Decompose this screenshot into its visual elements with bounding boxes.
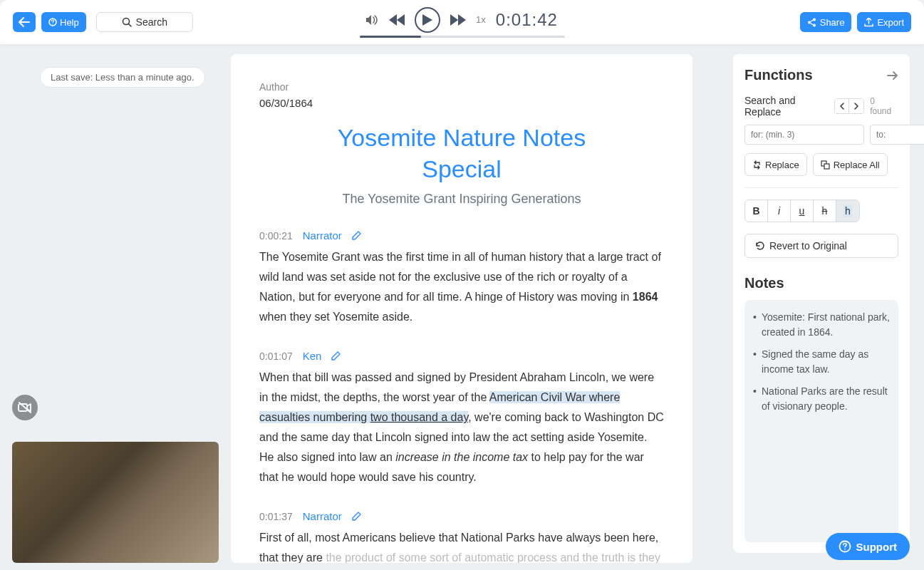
author-label: Author xyxy=(259,81,664,93)
notes-box[interactable]: Yosemite: First national park, created i… xyxy=(744,300,898,542)
segment-text[interactable]: When that bill was passed and signed by … xyxy=(259,368,664,487)
segment-time[interactable]: 0:01:37 xyxy=(259,511,293,522)
replace-all-icon xyxy=(821,160,830,170)
revert-button[interactable]: Revert to Original xyxy=(744,234,898,258)
search-for-input[interactable] xyxy=(744,125,864,145)
video-off-icon xyxy=(18,402,32,413)
revert-icon xyxy=(755,241,765,251)
replace-all-button[interactable]: Replace All xyxy=(813,153,888,176)
support-button[interactable]: Support xyxy=(826,533,910,560)
document-title[interactable]: Yosemite Nature NotesSpecial xyxy=(259,122,664,185)
strikethrough-button[interactable]: h xyxy=(814,200,836,222)
segment-text[interactable]: First of all, most Americans believe tha… xyxy=(259,528,664,563)
functions-sidebar: Functions Search and Replace 0 found Rep… xyxy=(733,54,910,553)
replace-button[interactable]: Replace xyxy=(744,153,807,176)
back-button[interactable] xyxy=(13,12,36,32)
forward-icon[interactable] xyxy=(450,14,466,26)
transcript-segment: 0:00:21 Narrator The Yosemite Grant was … xyxy=(259,229,664,327)
chevron-right-icon xyxy=(853,103,859,110)
playback-time: 0:01:42 xyxy=(496,10,558,30)
collapse-arrow-icon[interactable] xyxy=(887,71,898,81)
sidebar-title: Functions xyxy=(744,67,813,83)
segment-speaker[interactable]: Ken xyxy=(303,350,322,362)
replace-icon xyxy=(752,160,762,170)
topbar: Help Search 1x 0:01:42 xyxy=(0,0,924,44)
edit-speaker-button[interactable] xyxy=(352,512,361,521)
edit-speaker-button[interactable] xyxy=(331,351,341,361)
arrow-left-icon xyxy=(19,17,30,27)
segment-text[interactable]: The Yosemite Grant was the first time in… xyxy=(259,247,664,327)
sr-found-count: 0 found xyxy=(870,96,898,116)
sr-prev-button[interactable] xyxy=(835,99,849,113)
format-toolbar: B i u h h xyxy=(744,200,860,222)
note-item[interactable]: Signed the same day as income tax law. xyxy=(753,347,890,377)
segment-speaker[interactable]: Narrator xyxy=(303,229,342,242)
support-label: Support xyxy=(856,541,898,553)
document-date: 06/30/1864 xyxy=(259,97,664,109)
document-subtitle[interactable]: The Yosemite Grant Inspiring Generations xyxy=(259,192,664,207)
play-icon xyxy=(422,14,432,26)
video-thumbnail[interactable] xyxy=(12,442,219,563)
share-label: Share xyxy=(820,17,845,28)
transcript-segment: 0:01:37 Narrator First of all, most Amer… xyxy=(259,510,664,563)
search-label: Search xyxy=(136,16,167,28)
help-button[interactable]: Help xyxy=(41,12,86,32)
svg-point-4 xyxy=(813,24,816,26)
help-icon xyxy=(48,18,57,26)
transcript-segment: 0:01:07 Ken When that bill was passed an… xyxy=(259,350,664,487)
segment-time[interactable]: 0:01:07 xyxy=(259,351,293,362)
edit-icon xyxy=(352,231,361,240)
video-toggle-button[interactable] xyxy=(12,395,38,420)
export-button[interactable]: Export xyxy=(857,12,911,32)
progress-bar[interactable] xyxy=(360,36,565,38)
edit-icon xyxy=(352,512,361,521)
bold-button[interactable]: B xyxy=(745,200,768,222)
search-button[interactable]: Search xyxy=(96,12,193,32)
rewind-icon[interactable] xyxy=(389,14,405,26)
audio-player: 1x 0:01:42 xyxy=(360,7,565,38)
highlight-button[interactable]: h xyxy=(836,200,859,222)
progress-fill xyxy=(360,36,421,38)
note-item[interactable]: Yosemite: First national park, created i… xyxy=(753,310,890,340)
share-icon xyxy=(807,18,816,27)
help-label: Help xyxy=(60,17,79,28)
transcript-editor: Author 06/30/1864 Yosemite Nature NotesS… xyxy=(231,54,692,563)
edit-speaker-button[interactable] xyxy=(352,231,361,240)
export-label: Export xyxy=(877,17,904,28)
volume-icon[interactable] xyxy=(366,14,379,26)
svg-point-3 xyxy=(813,18,816,21)
chevron-left-icon xyxy=(839,103,845,110)
edit-icon xyxy=(331,351,341,361)
playback-speed[interactable]: 1x xyxy=(476,14,486,25)
export-icon xyxy=(864,18,873,27)
italic-button[interactable]: i xyxy=(768,200,791,222)
replace-to-input[interactable] xyxy=(870,125,924,145)
note-item[interactable]: National Parks are the result of visiona… xyxy=(753,384,890,414)
segment-speaker[interactable]: Narrator xyxy=(303,510,342,522)
underline-button[interactable]: u xyxy=(791,200,814,222)
segment-time[interactable]: 0:00:21 xyxy=(259,230,293,242)
play-button[interactable] xyxy=(415,7,440,33)
search-replace-label: Search and Replace xyxy=(744,95,834,118)
support-icon xyxy=(839,540,851,553)
sr-next-button[interactable] xyxy=(849,99,863,113)
search-icon xyxy=(122,17,132,27)
share-button[interactable]: Share xyxy=(800,12,852,32)
svg-rect-7 xyxy=(824,164,829,169)
last-save-badge: Last save: Less than a minute ago. xyxy=(40,67,205,88)
notes-title: Notes xyxy=(744,275,898,291)
